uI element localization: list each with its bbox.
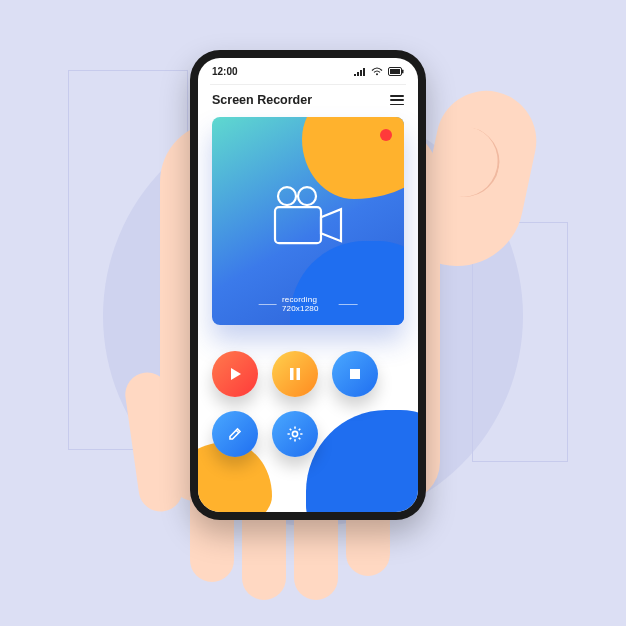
pause-icon [288,367,302,381]
pause-button[interactable] [272,351,318,397]
svg-point-0 [376,73,378,75]
recording-status-label: recording 720x1280 [259,295,358,313]
svg-point-5 [298,187,316,205]
recording-preview[interactable]: recording 720x1280 [212,117,404,325]
stop-icon [348,367,362,381]
svg-rect-8 [297,368,301,380]
app-header: Screen Recorder [198,85,418,117]
svg-rect-9 [350,369,360,379]
svg-rect-7 [290,368,294,380]
play-button[interactable] [212,351,258,397]
stop-button[interactable] [332,351,378,397]
record-indicator-icon [380,129,392,141]
signal-icon [354,67,366,76]
edit-button[interactable] [212,411,258,457]
status-time: 12:00 [212,66,238,77]
gear-icon [286,425,304,443]
page-title: Screen Recorder [212,93,312,107]
video-camera-icon [269,185,347,249]
svg-point-10 [292,431,297,436]
controls-panel [212,351,404,457]
battery-icon [388,67,404,76]
svg-point-4 [278,187,296,205]
svg-rect-2 [390,69,400,74]
phone-screen: 12:00 Screen Recorder [198,58,418,512]
settings-button[interactable] [272,411,318,457]
phone-frame: 12:00 Screen Recorder [190,50,426,520]
status-bar: 12:00 [198,58,418,84]
svg-rect-3 [402,69,404,73]
svg-rect-6 [275,207,321,243]
hamburger-menu-icon[interactable] [390,95,404,105]
play-icon [227,366,243,382]
pencil-icon [227,426,243,442]
wifi-icon [371,67,383,76]
